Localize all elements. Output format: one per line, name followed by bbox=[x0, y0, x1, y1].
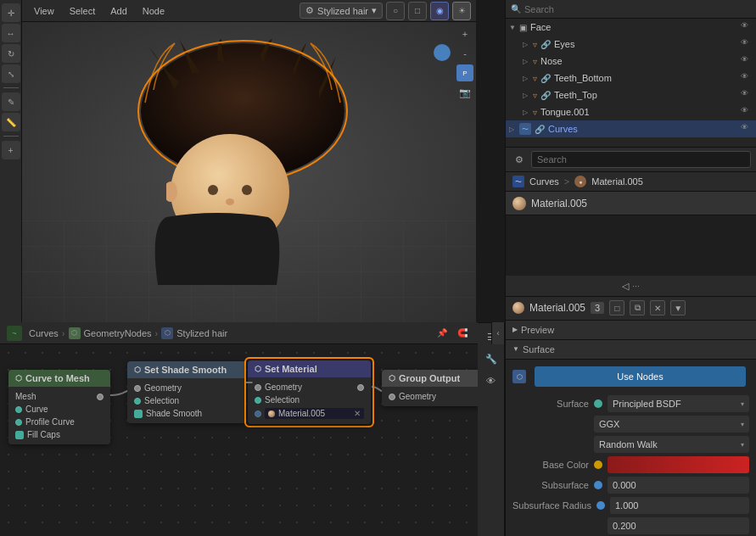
tb-vis-btn[interactable]: 👁 bbox=[741, 72, 753, 84]
toolbar-measure-btn[interactable]: 📏 bbox=[2, 113, 20, 131]
surface-tri-icon: ▼ bbox=[512, 345, 519, 353]
sm-mat-clear-btn[interactable]: ✕ bbox=[354, 409, 361, 418]
outliner-search[interactable] bbox=[524, 4, 751, 14]
outliner-item-face[interactable]: ▼ ▣ Face 👁 bbox=[506, 19, 756, 36]
node-go-in-geo: Geometry bbox=[382, 390, 478, 403]
outliner-item-teeth-top[interactable]: ▷ ▿ 🔗 Teeth_Top 👁 bbox=[506, 87, 756, 103]
pin-btn[interactable]: 📌 bbox=[434, 325, 451, 342]
menu-view[interactable]: View bbox=[27, 4, 61, 18]
surface-section-btn[interactable]: ▼ Surface bbox=[506, 340, 756, 360]
curves-vis-btn[interactable]: 👁 bbox=[741, 123, 753, 135]
snap-btn[interactable]: 🧲 bbox=[454, 325, 471, 342]
shade-smooth-checkbox[interactable] bbox=[134, 410, 143, 418]
face-visibility-btn[interactable]: 👁 bbox=[741, 21, 753, 33]
props-search-input[interactable] bbox=[531, 151, 751, 168]
menu-add[interactable]: Add bbox=[104, 4, 134, 18]
surface-dot bbox=[594, 399, 602, 408]
node-go-icon: ⬡ bbox=[389, 374, 395, 382]
mode-selector[interactable]: ⚙ Stylized hair ▾ bbox=[300, 3, 383, 19]
outliner-item-nose[interactable]: ▷ ▿ Nose 👁 bbox=[506, 53, 756, 70]
perspective-btn[interactable]: P bbox=[456, 64, 473, 81]
camera-btn[interactable]: 📷 bbox=[456, 84, 473, 101]
node-ctm-icon: ⬡ bbox=[15, 374, 22, 382]
fillcaps-checkbox[interactable] bbox=[15, 431, 24, 439]
ss-method-dropdown-icon: ▾ bbox=[741, 441, 744, 449]
node-canvas[interactable]: ⬡ Curve to Mesh Mesh Curve Profile Curve bbox=[0, 344, 478, 536]
mat-duplicate-btn[interactable]: ⧉ bbox=[630, 300, 645, 315]
toolbar-add-btn[interactable]: + bbox=[2, 141, 20, 159]
base-color-field[interactable] bbox=[608, 456, 749, 473]
curves-extra-icon: 🔗 bbox=[535, 125, 545, 134]
surface-dropdown-icon: ▾ bbox=[741, 400, 744, 408]
ss-radius-2-field[interactable]: 0.200 bbox=[608, 517, 749, 534]
node-editor-breadcrumb: Curves › ⬡ GeometryNodes › ⬡ Stylized ha… bbox=[29, 327, 227, 339]
toolbar-annotate-btn[interactable]: ✎ bbox=[2, 92, 20, 111]
mat-preview-dots: ··· bbox=[632, 282, 639, 291]
node-view-btn[interactable]: 👁 bbox=[481, 371, 501, 391]
subsurface-method-field[interactable]: Random Walk ▾ bbox=[594, 436, 749, 453]
outliner-item-eyes[interactable]: ▷ ▿ 🔗 Eyes 👁 bbox=[506, 36, 756, 53]
surface-type-field[interactable]: Principled BSDF ▾ bbox=[608, 395, 749, 412]
eyes-controls: 👁 bbox=[741, 38, 753, 50]
subsurface-field[interactable]: 0.000 bbox=[608, 477, 749, 494]
go-geo-label: Geometry bbox=[399, 392, 436, 401]
preview-section-btn[interactable]: ▶ Preview bbox=[506, 321, 756, 340]
mat-new-btn[interactable]: □ bbox=[609, 300, 624, 315]
preview-label: Preview bbox=[521, 325, 554, 335]
node-editor-controls: 📌 🧲 bbox=[434, 325, 471, 342]
tt-vis-btn[interactable]: 👁 bbox=[741, 89, 753, 101]
panel-collapse-btn[interactable]: ‹ bbox=[491, 322, 505, 344]
prev-frame-btn[interactable]: ◁ bbox=[622, 281, 629, 292]
shading-rendered-btn[interactable]: ☀ bbox=[452, 2, 471, 20]
mat-extra-btn[interactable]: ▼ bbox=[670, 300, 686, 315]
eyes-type-icon2: 🔗 bbox=[540, 40, 551, 49]
nose-expand-icon: ▷ bbox=[523, 58, 529, 64]
subsurface-row: Subsurface 0.000 bbox=[506, 475, 756, 495]
tongue-expand-icon: ▷ bbox=[523, 109, 529, 115]
svg-point-5 bbox=[242, 185, 252, 195]
menu-select[interactable]: Select bbox=[63, 4, 103, 18]
view-gizmo[interactable] bbox=[434, 44, 451, 61]
node-ctm-in-profile: Profile Curve bbox=[8, 416, 110, 428]
toggle-overlay-btn[interactable]: ○ bbox=[386, 2, 405, 20]
zoom-out-btn[interactable]: - bbox=[456, 45, 473, 62]
mesh-out-socket bbox=[97, 394, 104, 400]
outliner-item-teeth-bottom[interactable]: ▷ ▿ 🔗 Teeth_Bottom 👁 bbox=[506, 70, 756, 87]
node-curve-to-mesh-header: ⬡ Curve to Mesh bbox=[8, 370, 110, 387]
toggle-xray-btn[interactable]: □ bbox=[408, 2, 427, 20]
distribution-field[interactable]: GGX ▾ bbox=[594, 416, 749, 433]
breadcrumb-stylized: Stylized hair bbox=[176, 328, 227, 338]
menu-node[interactable]: Node bbox=[136, 4, 171, 18]
nose-vis-btn[interactable]: 👁 bbox=[741, 55, 753, 67]
curves-bc-icon: 〜 bbox=[512, 176, 524, 187]
tt-type-icon: ▿ bbox=[533, 91, 537, 100]
tongue-name: Tongue.001 bbox=[540, 107, 737, 117]
ss-radius-1-field[interactable]: 1.000 bbox=[610, 497, 749, 514]
outliner-item-curves[interactable]: ▷ 〜 🔗 Curves 👁 bbox=[506, 120, 756, 137]
node-sss-icon: ⬡ bbox=[134, 366, 141, 374]
node-set-shade-smooth: ⬡ Set Shade Smooth Geometry Selection Sh… bbox=[127, 361, 246, 423]
shading-solid-btn[interactable]: ◉ bbox=[430, 2, 449, 20]
eyes-vis-btn[interactable]: 👁 bbox=[741, 38, 753, 50]
zoom-in-btn[interactable]: + bbox=[456, 25, 473, 42]
toolbar-move-btn[interactable]: ↔ bbox=[2, 24, 20, 42]
node-set-material-highlight: ⬡ Set Material Geometry Selection bbox=[244, 357, 374, 427]
outliner-item-tongue[interactable]: ▷ ▿ Tongue.001 👁 bbox=[506, 103, 756, 120]
node-active-tool-btn[interactable]: 🔧 bbox=[481, 349, 501, 369]
scene-character bbox=[64, 31, 404, 285]
use-nodes-btn[interactable]: Use Nodes bbox=[535, 366, 746, 387]
tongue-vis-btn[interactable]: 👁 bbox=[741, 106, 753, 118]
props-settings-btn[interactable]: ⚙ bbox=[511, 151, 528, 168]
nose-name: Nose bbox=[540, 56, 737, 66]
curve-in-socket bbox=[15, 406, 22, 413]
sm-material-field[interactable]: Material.005 ✕ bbox=[265, 408, 364, 419]
node-editor-left-props: ☰ 🔧 👁 bbox=[478, 322, 505, 536]
curves-expand-icon: ▷ bbox=[509, 126, 516, 132]
toolbar-scale-btn[interactable]: ⤡ bbox=[2, 64, 20, 83]
mat-remove-btn[interactable]: ✕ bbox=[650, 300, 665, 315]
node-editor-mode-icon: ~ bbox=[7, 326, 22, 341]
toolbar-cursor-btn[interactable]: ✛ bbox=[2, 3, 20, 22]
ss-radius-1-value: 1.000 bbox=[615, 500, 639, 511]
props-toolbar: ⚙ bbox=[506, 148, 756, 172]
toolbar-rotate-btn[interactable]: ↻ bbox=[2, 44, 20, 63]
